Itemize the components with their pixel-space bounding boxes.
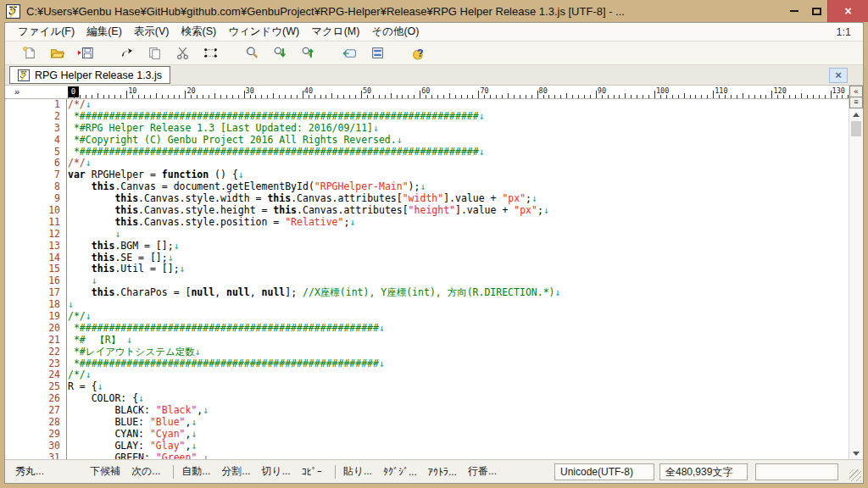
code-text: *#######################################… — [66, 147, 485, 158]
newline-mark: ↓ — [86, 310, 92, 322]
scrollbar-track[interactable] — [849, 120, 863, 447]
code-text: *#レイアウトシステム定数↓ — [66, 347, 201, 358]
search-down-icon[interactable] — [270, 44, 290, 63]
open-folder-icon[interactable] — [47, 44, 67, 63]
new-file-icon[interactable] — [19, 44, 39, 63]
status-button-0[interactable]: 秀丸... — [15, 464, 44, 479]
minimize-button[interactable] — [783, 0, 805, 22]
newline-mark: ↓ — [479, 146, 485, 158]
line-number: 16 — [5, 275, 66, 287]
code-text: ↓ — [66, 299, 74, 311]
newline-mark: ↓ — [138, 392, 144, 404]
save-icon[interactable] — [75, 44, 95, 63]
line-number: 28 — [5, 417, 66, 429]
line-number: 30 — [5, 441, 66, 452]
code-line: 16 ↓ — [5, 275, 849, 287]
code-line: 3 *#RPG Helper Release 1.3 [Last Updated… — [5, 123, 849, 135]
maximize-button[interactable] — [805, 0, 827, 22]
line-number: 22 — [5, 347, 66, 358]
status-button-10[interactable]: ﾀｸﾞｼﾞ... — [383, 466, 417, 478]
line-number: 15 — [5, 263, 66, 275]
menu-item-5[interactable]: マクロ(M) — [305, 23, 365, 41]
resize-grip[interactable] — [849, 469, 861, 481]
text-editor[interactable]: 1/*/↓2 *################################… — [5, 99, 849, 459]
select-icon[interactable] — [200, 44, 220, 63]
ruler-scroll-right-icon[interactable]: « — [849, 86, 863, 97]
ruler-number: 110 — [715, 86, 727, 95]
scroll-down-icon[interactable] — [849, 447, 863, 459]
outline-list-icon[interactable]: ≡ — [849, 97, 863, 108]
menu-item-1[interactable]: 編集(E) — [81, 23, 128, 41]
code-line: 19/*/↓ — [5, 311, 849, 323]
ruler-number: 60 — [421, 86, 430, 95]
line-number: 14 — [5, 252, 66, 264]
code-text: BLUE: "Blue",↓ — [66, 417, 197, 429]
scroll-up-icon[interactable] — [849, 108, 863, 120]
ruler-number: 80 — [539, 86, 548, 95]
ruler-number: 130 — [832, 86, 845, 95]
menu-bar: ファイル(F)編集(E)表示(V)検索(S)ウィンドウ(W)マクロ(M)その他(… — [5, 23, 863, 42]
code-text: *#######################################… — [66, 358, 385, 370]
menu-item-3[interactable]: 検索(S) — [175, 23, 222, 41]
tab-close-icon[interactable]: × — [829, 68, 848, 83]
status-button-5[interactable]: 分割... — [221, 464, 250, 479]
code-line: 7var RPGHelper = function () {↓ — [5, 169, 849, 181]
code-text: /*/↓ — [66, 311, 92, 323]
ruler-scroll-left-icon[interactable]: » — [14, 86, 19, 97]
newline-mark: ↓ — [373, 122, 379, 134]
hidemaru-app-icon — [6, 4, 20, 19]
code-text: this.BGM = [];↓ — [66, 241, 180, 252]
newline-mark: ↓ — [191, 428, 197, 440]
menu-item-6[interactable]: その他(O) — [365, 23, 425, 41]
code-line: 8 this.Canvas = document.getElementById(… — [5, 181, 849, 193]
line-number: 18 — [5, 299, 66, 311]
code-line: 24/*/↓ — [5, 369, 849, 381]
status-button-2[interactable]: 次の... — [131, 464, 160, 479]
menu-item-0[interactable]: ファイル(F) — [12, 23, 81, 41]
split-window-icon[interactable] — [367, 44, 387, 63]
scrollbar-thumb[interactable] — [851, 121, 861, 136]
status-button-12[interactable]: 行番... — [468, 464, 497, 479]
newline-mark: ↓ — [86, 99, 92, 110]
code-text: this.CharaPos = [null, null, null]; //X座… — [66, 287, 560, 299]
search-icon[interactable] — [242, 44, 262, 63]
line-number: 7 — [5, 169, 66, 181]
undo-icon[interactable] — [116, 44, 136, 63]
newline-mark: ↓ — [168, 252, 174, 263]
code-line: 6/*/↓ — [5, 158, 849, 169]
newline-mark: ↓ — [479, 110, 485, 122]
help-icon[interactable]: ? — [409, 44, 429, 63]
newline-mark: ↓ — [379, 358, 385, 369]
newline-mark: ↓ — [180, 263, 186, 274]
status-button-11[interactable]: ｱｳﾄﾗ... — [428, 466, 457, 478]
encoding-field[interactable]: Unicode(UTF-8) — [554, 463, 654, 480]
search-up-icon[interactable] — [298, 44, 318, 63]
menu-item-2[interactable]: 表示(V) — [128, 23, 175, 41]
code-text: *# 【R】 ↓ — [66, 335, 132, 347]
menu-item-4[interactable]: ウィンドウ(W) — [222, 23, 305, 41]
newline-mark: ↓ — [397, 134, 403, 146]
vertical-scrollbar: « ≡ — [849, 86, 863, 459]
code-text: this.Canvas = document.getElementById("R… — [66, 181, 426, 193]
line-number: 1 — [5, 99, 66, 111]
code-text: GREEN: "Green",↓ — [66, 452, 209, 459]
newline-mark: ↓ — [126, 334, 132, 346]
status-button-1[interactable]: 下候補 — [90, 464, 120, 479]
status-divider — [335, 465, 336, 479]
copy-icon[interactable] — [144, 44, 164, 63]
status-button-9[interactable]: 貼り... — [343, 464, 372, 479]
line-number: 2 — [5, 111, 66, 123]
replace-icon[interactable] — [339, 44, 359, 63]
code-line: 17 this.CharaPos = [null, null, null]; /… — [5, 287, 849, 299]
status-button-6[interactable]: 切り... — [261, 464, 290, 479]
status-button-7[interactable]: ｺﾋﾟｰ — [302, 466, 322, 478]
newline-mark: ↓ — [191, 416, 197, 428]
newline-mark: ↓ — [349, 216, 355, 228]
code-line: 31 GREEN: "Green",↓ — [5, 452, 849, 459]
status-button-4[interactable]: 自動... — [181, 464, 210, 479]
code-text: CYAN: "Cyan",↓ — [66, 429, 197, 441]
cut-icon[interactable] — [172, 44, 192, 63]
close-button[interactable]: × — [827, 0, 868, 22]
tab-rpg-helper[interactable]: RPG Helper Release 1.3.js — [9, 66, 170, 84]
code-line: 11 this.Canvas.style.position = "Relativ… — [5, 217, 849, 229]
